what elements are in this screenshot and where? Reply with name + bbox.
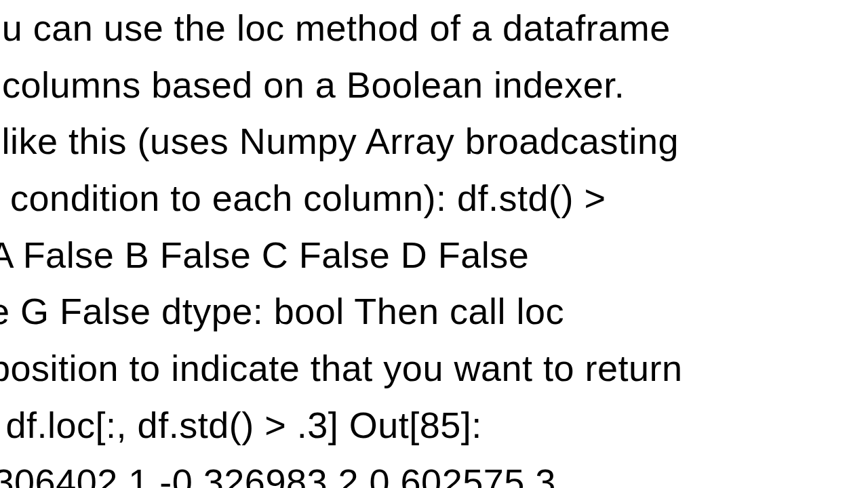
text-line: rtain columns based on a Boolean indexer… — [0, 57, 868, 114]
document-text-block: 1: You can use the loc method of a dataf… — [0, 0, 868, 488]
text-line: False G False dtype: bool Then call loc — [0, 283, 868, 340]
text-line: exer like this (uses Numpy Array broadca… — [0, 113, 868, 170]
text-line: 1: You can use the loc method of a dataf… — [0, 0, 868, 57]
text-line: 0 -0.306402 1 -0.326983 2 0.602575 3 — [0, 454, 868, 489]
text-line: first position to indicate that you want… — [0, 340, 868, 397]
text-line: ows: df.loc[:, df.std() > .3] Out[85]: — [0, 397, 868, 454]
text-line: y the condition to each column): df.std(… — [0, 170, 868, 227]
text-line: 84]: A False B False C False D False — [0, 227, 868, 284]
